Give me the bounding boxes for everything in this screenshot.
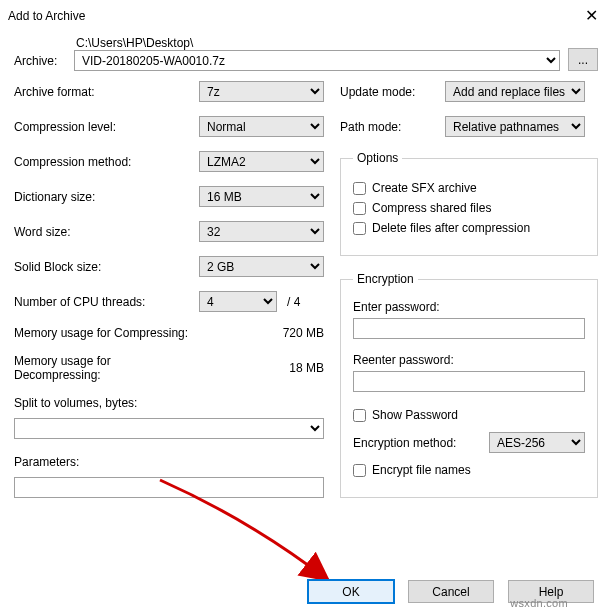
- threads-select[interactable]: 4: [199, 291, 277, 312]
- encryption-legend: Encryption: [353, 272, 418, 286]
- cancel-button[interactable]: Cancel: [408, 580, 494, 603]
- enc-method-label: Encryption method:: [353, 436, 456, 450]
- format-label: Archive format:: [14, 85, 199, 99]
- mem-comp-value: 720 MB: [199, 326, 324, 340]
- threads-label: Number of CPU threads:: [14, 295, 199, 309]
- params-input[interactable]: [14, 477, 324, 498]
- enter-pw-label: Enter password:: [353, 300, 585, 314]
- show-pw-label: Show Password: [372, 408, 458, 422]
- enter-pw-input[interactable]: [353, 318, 585, 339]
- level-label: Compression level:: [14, 120, 199, 134]
- path-label: Path mode:: [340, 120, 445, 134]
- block-label: Solid Block size:: [14, 260, 199, 274]
- reenter-pw-label: Reenter password:: [353, 353, 585, 367]
- encryption-group: Encryption Enter password: Reenter passw…: [340, 272, 598, 498]
- watermark: wsxdn.com: [510, 597, 568, 609]
- archive-label: Archive:: [14, 54, 66, 71]
- word-label: Word size:: [14, 225, 199, 239]
- method-select[interactable]: LZMA2: [199, 151, 324, 172]
- mem-decomp-value: 18 MB: [199, 361, 324, 375]
- reenter-pw-input[interactable]: [353, 371, 585, 392]
- split-label: Split to volumes, bytes:: [14, 396, 324, 410]
- dict-label: Dictionary size:: [14, 190, 199, 204]
- word-select[interactable]: 32: [199, 221, 324, 242]
- titlebar: Add to Archive ✕: [0, 0, 612, 30]
- update-select[interactable]: Add and replace files: [445, 81, 585, 102]
- delete-label: Delete files after compression: [372, 221, 530, 235]
- ok-button[interactable]: OK: [308, 580, 394, 603]
- delete-checkbox[interactable]: [353, 222, 366, 235]
- params-label: Parameters:: [14, 455, 324, 469]
- method-label: Compression method:: [14, 155, 199, 169]
- shared-checkbox[interactable]: [353, 202, 366, 215]
- sfx-checkbox[interactable]: [353, 182, 366, 195]
- options-legend: Options: [353, 151, 402, 165]
- encrypt-names-label: Encrypt file names: [372, 463, 471, 477]
- dict-select[interactable]: 16 MB: [199, 186, 324, 207]
- block-select[interactable]: 2 GB: [199, 256, 324, 277]
- encrypt-names-checkbox[interactable]: [353, 464, 366, 477]
- format-select[interactable]: 7z: [199, 81, 324, 102]
- show-pw-checkbox[interactable]: [353, 409, 366, 422]
- archive-path: C:\Users\HP\Desktop\: [74, 36, 560, 50]
- sfx-label: Create SFX archive: [372, 181, 477, 195]
- window-title: Add to Archive: [8, 9, 85, 23]
- path-select[interactable]: Relative pathnames: [445, 116, 585, 137]
- split-select[interactable]: [14, 418, 324, 439]
- enc-method-select[interactable]: AES-256: [489, 432, 585, 453]
- mem-comp-label: Memory usage for Compressing:: [14, 326, 199, 340]
- level-select[interactable]: Normal: [199, 116, 324, 137]
- update-label: Update mode:: [340, 85, 445, 99]
- mem-decomp-label: Memory usage for Decompressing:: [14, 354, 199, 382]
- close-icon[interactable]: ✕: [581, 6, 602, 25]
- browse-button[interactable]: ...: [568, 48, 598, 71]
- archive-filename-select[interactable]: VID-20180205-WA0010.7z: [74, 50, 560, 71]
- threads-total: / 4: [287, 295, 300, 309]
- options-group: Options Create SFX archive Compress shar…: [340, 151, 598, 256]
- shared-label: Compress shared files: [372, 201, 491, 215]
